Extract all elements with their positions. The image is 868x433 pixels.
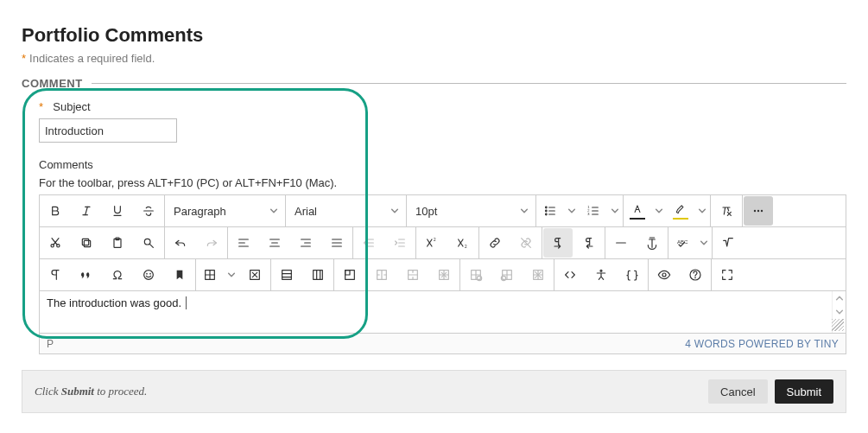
embed-button[interactable]	[618, 260, 647, 290]
align-center-button[interactable]	[260, 228, 289, 258]
scroll-down-area[interactable]	[832, 303, 846, 333]
svg-point-58	[144, 271, 154, 280]
table-split-button[interactable]	[367, 260, 396, 290]
more-button[interactable]	[744, 196, 773, 226]
svg-point-60	[150, 273, 151, 274]
paragraph-button[interactable]	[41, 260, 70, 290]
align-justify-button[interactable]	[322, 228, 352, 258]
chevron-down-icon[interactable]	[696, 228, 712, 258]
svg-point-59	[147, 273, 148, 274]
table-row-button[interactable]	[272, 260, 301, 290]
rtl-button[interactable]	[574, 228, 604, 258]
svg-rect-70	[314, 271, 323, 280]
font-size-dropdown[interactable]: 10pt	[407, 195, 536, 226]
table-insert-row-button[interactable]	[461, 260, 491, 290]
table-col-button[interactable]	[303, 260, 333, 290]
table-props-button[interactable]	[429, 260, 459, 290]
svg-text:2: 2	[434, 238, 436, 242]
subject-input[interactable]	[39, 118, 177, 143]
chevron-down-icon[interactable]	[224, 260, 239, 290]
accessibility-button[interactable]	[586, 260, 616, 290]
redo-button[interactable]	[197, 228, 226, 258]
fullscreen-button[interactable]	[713, 260, 742, 290]
chevron-down-icon[interactable]	[564, 196, 580, 226]
font-family-dropdown[interactable]: Arial	[286, 195, 407, 226]
submit-button[interactable]: Submit	[775, 379, 833, 404]
unlink-button[interactable]	[511, 228, 541, 258]
hr-button[interactable]	[606, 228, 636, 258]
subject-label: * Subject	[39, 100, 846, 113]
editor-content[interactable]: The introduction was good.	[40, 291, 846, 333]
block-format-dropdown[interactable]: Paragraph	[165, 195, 286, 226]
bookmark-button[interactable]	[165, 260, 194, 290]
align-left-button[interactable]	[229, 228, 258, 258]
spellcheck-button[interactable]: ABC	[668, 227, 712, 258]
superscript-button[interactable]: 2	[417, 228, 447, 258]
toolbar-row-3	[40, 259, 846, 291]
svg-rect-27	[82, 239, 88, 245]
bullet-list-button[interactable]	[536, 195, 580, 226]
required-star: *	[39, 100, 43, 113]
section-label: COMMENT	[22, 77, 83, 90]
chevron-down-icon[interactable]	[651, 196, 667, 226]
table-merge-button[interactable]	[398, 260, 428, 290]
emoji-button[interactable]	[134, 260, 163, 290]
highlight-button[interactable]	[667, 195, 710, 226]
anchor-button[interactable]	[637, 228, 667, 258]
table-button[interactable]	[196, 259, 239, 290]
toolbar-row-2: 2 2 ABC	[40, 227, 846, 259]
bold-button[interactable]	[41, 196, 70, 226]
ltr-button[interactable]	[543, 228, 573, 258]
svg-point-7	[546, 213, 548, 215]
svg-point-97	[600, 270, 602, 271]
svg-rect-74	[345, 271, 350, 275]
required-star: *	[22, 52, 26, 65]
number-list-button[interactable]: 123	[580, 195, 623, 226]
paste-button[interactable]	[103, 228, 132, 258]
chevron-down-icon[interactable]	[607, 196, 623, 226]
section-rule	[92, 83, 846, 84]
toolbar-row-1: Paragraph Arial 10pt	[40, 195, 846, 227]
preview-button[interactable]	[649, 260, 679, 290]
toolbar-help: For the toolbar, press ALT+F10 (PC) or A…	[39, 176, 846, 189]
copy-button[interactable]	[72, 228, 101, 258]
cancel-button[interactable]: Cancel	[708, 379, 767, 404]
svg-point-98	[662, 273, 666, 277]
find-button[interactable]	[134, 228, 163, 258]
page-title: Portfolio Comments	[22, 24, 846, 47]
table-delete-button[interactable]	[240, 260, 269, 290]
svg-line-0	[86, 207, 88, 214]
code-button[interactable]	[555, 260, 585, 290]
align-right-button[interactable]	[291, 228, 320, 258]
table-clear-button[interactable]	[523, 260, 553, 290]
quote-button[interactable]	[72, 260, 101, 290]
link-button[interactable]	[480, 228, 510, 258]
italic-button[interactable]	[72, 196, 101, 226]
underline-button[interactable]	[103, 196, 132, 226]
undo-button[interactable]	[166, 228, 195, 258]
section-header: COMMENT	[22, 77, 846, 90]
chevron-down-icon[interactable]	[694, 196, 710, 226]
cut-button[interactable]	[41, 228, 70, 258]
help-button[interactable]	[681, 260, 710, 290]
table-cell-button[interactable]	[335, 260, 364, 290]
special-char-button[interactable]	[103, 260, 132, 290]
required-note: *Indicates a required field.	[22, 52, 846, 65]
table-insert-col-button[interactable]	[492, 260, 522, 290]
footer-bar: Click Submit to proceed. Cancel Submit	[22, 370, 846, 413]
svg-point-6	[546, 210, 548, 212]
svg-rect-26	[84, 240, 90, 246]
outdent-button[interactable]	[354, 228, 383, 258]
svg-point-20	[757, 210, 759, 212]
svg-rect-67	[282, 271, 292, 280]
footer-hint: Click Submit to proceed.	[35, 385, 147, 398]
svg-text:2: 2	[465, 245, 467, 249]
text-color-button[interactable]	[624, 195, 667, 226]
strikethrough-button[interactable]	[134, 196, 163, 226]
subscript-button[interactable]: 2	[448, 228, 478, 258]
math-button[interactable]	[713, 228, 743, 258]
clear-format-button[interactable]	[712, 196, 741, 226]
svg-point-100	[695, 277, 696, 278]
svg-point-5	[546, 207, 548, 208]
indent-button[interactable]	[385, 228, 415, 258]
